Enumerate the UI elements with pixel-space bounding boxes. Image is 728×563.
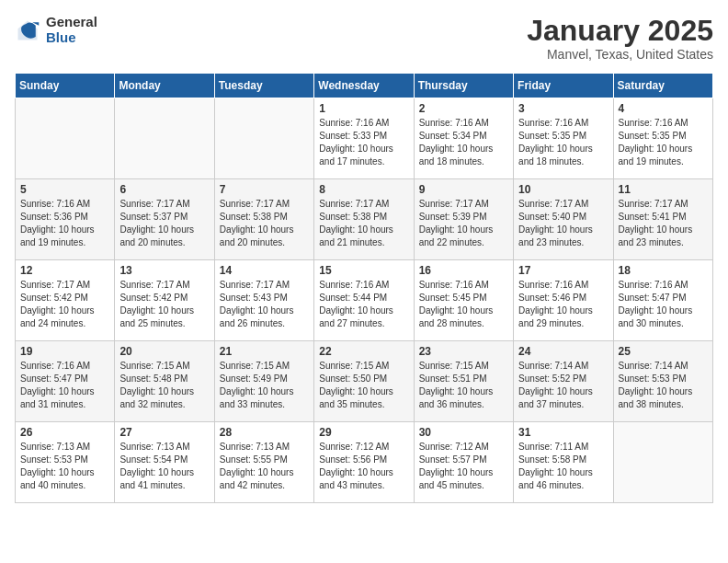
day-info: Sunrise: 7:14 AM Sunset: 5:53 PM Dayligh… xyxy=(619,360,708,411)
day-number: 1 xyxy=(319,102,408,115)
day-info: Sunrise: 7:16 AM Sunset: 5:47 PM Dayligh… xyxy=(20,360,109,411)
col-tuesday: Tuesday xyxy=(214,74,313,98)
day-info: Sunrise: 7:17 AM Sunset: 5:40 PM Dayligh… xyxy=(518,198,608,249)
day-info: Sunrise: 7:16 AM Sunset: 5:45 PM Dayligh… xyxy=(419,279,508,330)
day-number: 3 xyxy=(518,102,608,115)
calendar-week-row: 1Sunrise: 7:16 AM Sunset: 5:33 PM Daylig… xyxy=(16,98,713,179)
day-number: 5 xyxy=(20,183,109,196)
day-number: 31 xyxy=(518,426,608,439)
day-info: Sunrise: 7:17 AM Sunset: 5:43 PM Dayligh… xyxy=(220,279,309,330)
day-info: Sunrise: 7:17 AM Sunset: 5:38 PM Dayligh… xyxy=(319,198,408,249)
calendar-cell: 11Sunrise: 7:17 AM Sunset: 5:41 PM Dayli… xyxy=(613,179,712,260)
logo-text: General Blue xyxy=(46,15,97,45)
day-number: 12 xyxy=(20,264,109,277)
day-info: Sunrise: 7:13 AM Sunset: 5:53 PM Dayligh… xyxy=(20,441,109,492)
calendar-cell: 19Sunrise: 7:16 AM Sunset: 5:47 PM Dayli… xyxy=(16,341,115,422)
calendar-cell: 27Sunrise: 7:13 AM Sunset: 5:54 PM Dayli… xyxy=(115,422,214,503)
calendar-week-row: 5Sunrise: 7:16 AM Sunset: 5:36 PM Daylig… xyxy=(16,179,713,260)
calendar-cell: 22Sunrise: 7:15 AM Sunset: 5:50 PM Dayli… xyxy=(314,341,414,422)
calendar-cell: 12Sunrise: 7:17 AM Sunset: 5:42 PM Dayli… xyxy=(16,260,115,341)
day-info: Sunrise: 7:12 AM Sunset: 5:57 PM Dayligh… xyxy=(419,441,508,492)
calendar-cell: 4Sunrise: 7:16 AM Sunset: 5:35 PM Daylig… xyxy=(613,98,712,179)
day-number: 20 xyxy=(119,345,209,358)
calendar-cell: 28Sunrise: 7:13 AM Sunset: 5:55 PM Dayli… xyxy=(214,422,313,503)
calendar-week-row: 12Sunrise: 7:17 AM Sunset: 5:42 PM Dayli… xyxy=(16,260,713,341)
day-info: Sunrise: 7:17 AM Sunset: 5:38 PM Dayligh… xyxy=(220,198,309,249)
calendar-cell: 24Sunrise: 7:14 AM Sunset: 5:52 PM Dayli… xyxy=(514,341,613,422)
calendar-cell: 16Sunrise: 7:16 AM Sunset: 5:45 PM Dayli… xyxy=(414,260,513,341)
logo-icon xyxy=(15,17,40,43)
day-number: 10 xyxy=(518,183,608,196)
day-number: 8 xyxy=(319,183,408,196)
day-number: 25 xyxy=(619,345,708,358)
month-title: January 2025 xyxy=(527,15,713,47)
day-number: 4 xyxy=(619,102,708,115)
day-number: 18 xyxy=(619,264,708,277)
day-info: Sunrise: 7:16 AM Sunset: 5:36 PM Dayligh… xyxy=(20,198,109,249)
day-number: 7 xyxy=(220,183,309,196)
col-sunday: Sunday xyxy=(16,74,115,98)
day-info: Sunrise: 7:13 AM Sunset: 5:54 PM Dayligh… xyxy=(119,441,209,492)
logo: General Blue xyxy=(15,15,97,45)
col-saturday: Saturday xyxy=(613,74,712,98)
day-info: Sunrise: 7:15 AM Sunset: 5:51 PM Dayligh… xyxy=(419,360,508,411)
day-number: 21 xyxy=(220,345,309,358)
calendar-cell: 8Sunrise: 7:17 AM Sunset: 5:38 PM Daylig… xyxy=(314,179,414,260)
calendar-cell: 31Sunrise: 7:11 AM Sunset: 5:58 PM Dayli… xyxy=(514,422,613,503)
col-friday: Friday xyxy=(514,74,613,98)
day-number: 26 xyxy=(20,426,109,439)
col-wednesday: Wednesday xyxy=(314,74,414,98)
day-number: 27 xyxy=(119,426,209,439)
day-number: 9 xyxy=(419,183,508,196)
calendar-cell: 23Sunrise: 7:15 AM Sunset: 5:51 PM Dayli… xyxy=(414,341,513,422)
logo-general-label: General xyxy=(46,15,97,30)
day-number: 23 xyxy=(419,345,508,358)
calendar-cell: 5Sunrise: 7:16 AM Sunset: 5:36 PM Daylig… xyxy=(16,179,115,260)
calendar-cell: 2Sunrise: 7:16 AM Sunset: 5:34 PM Daylig… xyxy=(414,98,513,179)
calendar-cell: 26Sunrise: 7:13 AM Sunset: 5:53 PM Dayli… xyxy=(16,422,115,503)
calendar-cell xyxy=(613,422,712,503)
day-info: Sunrise: 7:15 AM Sunset: 5:48 PM Dayligh… xyxy=(119,360,209,411)
day-number: 19 xyxy=(20,345,109,358)
calendar-cell: 6Sunrise: 7:17 AM Sunset: 5:37 PM Daylig… xyxy=(115,179,214,260)
calendar-header: Sunday Monday Tuesday Wednesday Thursday… xyxy=(16,74,713,98)
day-info: Sunrise: 7:11 AM Sunset: 5:58 PM Dayligh… xyxy=(518,441,608,492)
calendar-cell: 30Sunrise: 7:12 AM Sunset: 5:57 PM Dayli… xyxy=(414,422,513,503)
day-info: Sunrise: 7:14 AM Sunset: 5:52 PM Dayligh… xyxy=(518,360,608,411)
calendar-cell: 1Sunrise: 7:16 AM Sunset: 5:33 PM Daylig… xyxy=(314,98,414,179)
calendar-cell: 15Sunrise: 7:16 AM Sunset: 5:44 PM Dayli… xyxy=(314,260,414,341)
logo-blue-label: Blue xyxy=(46,30,97,46)
calendar-cell: 13Sunrise: 7:17 AM Sunset: 5:42 PM Dayli… xyxy=(115,260,214,341)
day-number: 14 xyxy=(220,264,309,277)
calendar-cell: 29Sunrise: 7:12 AM Sunset: 5:56 PM Dayli… xyxy=(314,422,414,503)
day-info: Sunrise: 7:17 AM Sunset: 5:41 PM Dayligh… xyxy=(619,198,708,249)
col-monday: Monday xyxy=(115,74,214,98)
day-number: 17 xyxy=(518,264,608,277)
day-info: Sunrise: 7:16 AM Sunset: 5:35 PM Dayligh… xyxy=(518,117,608,168)
calendar-cell: 25Sunrise: 7:14 AM Sunset: 5:53 PM Dayli… xyxy=(613,341,712,422)
day-info: Sunrise: 7:13 AM Sunset: 5:55 PM Dayligh… xyxy=(220,441,309,492)
weekday-row: Sunday Monday Tuesday Wednesday Thursday… xyxy=(16,74,713,98)
day-number: 22 xyxy=(319,345,408,358)
day-info: Sunrise: 7:17 AM Sunset: 5:42 PM Dayligh… xyxy=(20,279,109,330)
day-number: 28 xyxy=(220,426,309,439)
day-info: Sunrise: 7:16 AM Sunset: 5:47 PM Dayligh… xyxy=(619,279,708,330)
day-info: Sunrise: 7:17 AM Sunset: 5:42 PM Dayligh… xyxy=(119,279,209,330)
calendar-cell xyxy=(115,98,214,179)
day-number: 6 xyxy=(119,183,209,196)
day-number: 2 xyxy=(419,102,508,115)
day-number: 15 xyxy=(319,264,408,277)
calendar-cell xyxy=(16,98,115,179)
calendar-cell xyxy=(214,98,313,179)
calendar-cell: 18Sunrise: 7:16 AM Sunset: 5:47 PM Dayli… xyxy=(613,260,712,341)
day-info: Sunrise: 7:16 AM Sunset: 5:35 PM Dayligh… xyxy=(619,117,708,168)
day-info: Sunrise: 7:16 AM Sunset: 5:46 PM Dayligh… xyxy=(518,279,608,330)
calendar-cell: 10Sunrise: 7:17 AM Sunset: 5:40 PM Dayli… xyxy=(514,179,613,260)
day-info: Sunrise: 7:16 AM Sunset: 5:34 PM Dayligh… xyxy=(419,117,508,168)
day-number: 30 xyxy=(419,426,508,439)
day-number: 29 xyxy=(319,426,408,439)
calendar-cell: 17Sunrise: 7:16 AM Sunset: 5:46 PM Dayli… xyxy=(514,260,613,341)
page-header: General Blue January 2025 Manvel, Texas,… xyxy=(15,15,713,62)
calendar-week-row: 26Sunrise: 7:13 AM Sunset: 5:53 PM Dayli… xyxy=(16,422,713,503)
title-block: January 2025 Manvel, Texas, United State… xyxy=(527,15,713,62)
